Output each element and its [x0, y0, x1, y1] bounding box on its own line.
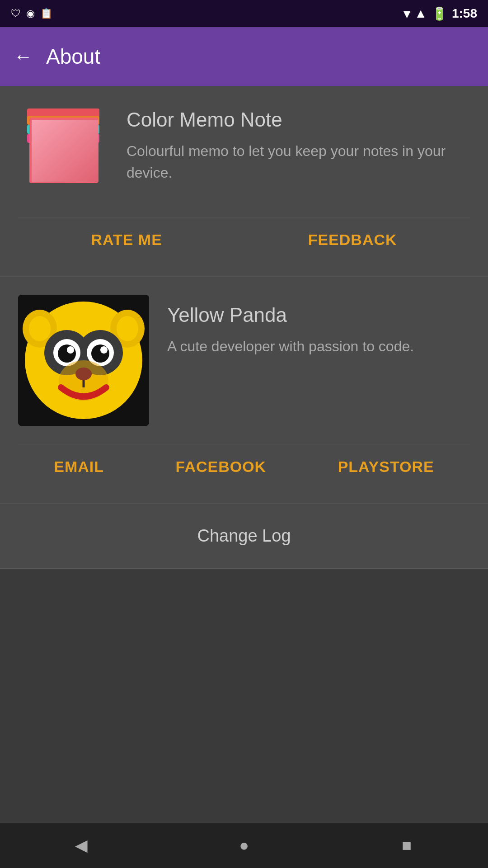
developer-avatar [18, 295, 149, 426]
svg-point-17 [58, 344, 76, 363]
shield-icon: 🛡 [11, 8, 21, 19]
svg-point-22 [75, 368, 92, 380]
rate-me-button[interactable]: RATE ME [73, 222, 180, 258]
dev-info-top: Yellow Panda A cute developer with passi… [18, 295, 470, 426]
changelog-button[interactable]: Change Log [0, 504, 488, 569]
app-bar: ← About [0, 27, 488, 86]
svg-rect-6 [32, 120, 99, 182]
status-bar: 🛡 ◉ 📋 ▾ ▲ 🔋 1:58 [0, 0, 488, 27]
facebook-button[interactable]: FACEBOOK [158, 449, 285, 485]
status-bar-left: 🛡 ◉ 📋 [11, 8, 52, 19]
nav-recent-button[interactable]: ■ [393, 832, 420, 859]
status-bar-right: ▾ ▲ 🔋 1:58 [404, 6, 477, 21]
email-button[interactable]: EMAIL [36, 449, 122, 485]
svg-point-20 [100, 346, 108, 354]
sim-icon: 📋 [40, 8, 52, 19]
app-card-actions: RATE ME FEEDBACK [18, 217, 470, 258]
page-title: About [46, 44, 100, 69]
sync-icon: ◉ [26, 8, 35, 19]
playstore-button[interactable]: PLAYSTORE [320, 449, 452, 485]
battery-icon: 🔋 [432, 6, 447, 21]
signal-icon: ▲ [414, 6, 427, 21]
spacer [0, 569, 488, 823]
bottom-nav: ◀ ● ■ [0, 823, 488, 868]
nav-home-button[interactable]: ● [230, 832, 258, 859]
app-text: Color Memo Note Colourful memo to let yo… [127, 104, 470, 184]
app-name: Color Memo Note [127, 108, 470, 131]
developer-name: Yellow Panda [167, 304, 470, 326]
developer-text: Yellow Panda A cute developer with passi… [167, 295, 470, 357]
back-button[interactable]: ← [14, 47, 33, 66]
main-content: Color Memo Note Colourful memo to let yo… [0, 86, 488, 823]
nav-back-button[interactable]: ◀ [68, 832, 95, 859]
svg-point-11 [29, 316, 51, 341]
developer-card: Yellow Panda A cute developer with passi… [0, 277, 488, 504]
app-icon [18, 104, 108, 194]
feedback-button[interactable]: FEEDBACK [290, 222, 415, 258]
app-info-card: Color Memo Note Colourful memo to let yo… [0, 86, 488, 277]
app-description: Colourful memo to let you keep your note… [127, 140, 470, 184]
svg-point-18 [91, 344, 109, 363]
app-info-top: Color Memo Note Colourful memo to let yo… [18, 104, 470, 194]
svg-point-12 [117, 316, 138, 341]
developer-description: A cute developer with passion to code. [167, 335, 470, 357]
dev-card-actions: EMAIL FACEBOOK PLAYSTORE [18, 444, 470, 485]
wifi-icon: ▾ [404, 6, 410, 21]
svg-point-19 [67, 346, 74, 354]
time-display: 1:58 [452, 6, 477, 21]
